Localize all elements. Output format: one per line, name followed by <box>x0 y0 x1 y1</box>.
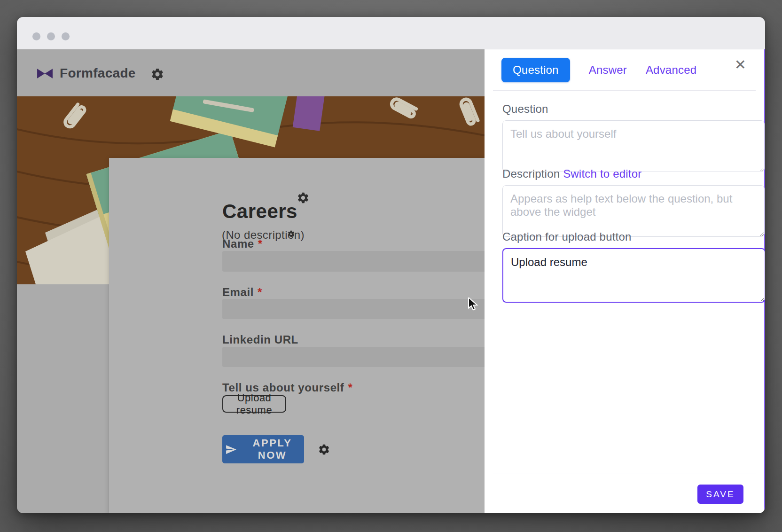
editor-tabs: Question Answer Advanced <box>501 58 696 82</box>
window-control-close-icon[interactable] <box>32 32 40 40</box>
save-button[interactable]: SAVE <box>697 485 743 504</box>
brand: Formfacade <box>36 66 136 81</box>
upload-resume-button[interactable]: Upload resume <box>222 395 286 413</box>
description-label: Description Switch to editor <box>502 167 641 180</box>
formfacade-logo-icon <box>36 68 54 79</box>
send-icon <box>225 444 237 455</box>
description-textarea[interactable] <box>502 185 765 237</box>
form-card: Careers (No description) Name* Email* Li… <box>109 158 499 513</box>
caption-label: Caption for upload button <box>502 230 632 243</box>
linkedin-url-input[interactable] <box>222 347 504 367</box>
name-input[interactable] <box>222 251 504 272</box>
tabs-divider <box>493 90 756 91</box>
tab-question[interactable]: Question <box>501 58 570 82</box>
close-icon[interactable]: ✕ <box>732 57 749 72</box>
submit-settings-gear-icon[interactable] <box>318 443 330 456</box>
required-asterisk: * <box>258 237 263 250</box>
title-settings-gear-icon[interactable] <box>297 191 310 204</box>
email-input[interactable] <box>222 299 504 319</box>
caption-textarea[interactable]: Upload resume <box>502 248 765 303</box>
tab-advanced[interactable]: Advanced <box>646 63 696 77</box>
required-asterisk: * <box>348 381 352 394</box>
description-settings-gear-icon[interactable] <box>287 230 295 238</box>
required-asterisk: * <box>258 286 262 298</box>
field-label-linkedin: Linkedin URL <box>222 333 298 346</box>
tab-answer[interactable]: Answer <box>589 63 627 77</box>
brand-name: Formfacade <box>60 66 136 81</box>
window-control-minimize-icon[interactable] <box>47 32 55 40</box>
form-title: Careers <box>222 200 297 223</box>
apply-now-label: APPLY NOW <box>243 437 301 462</box>
question-textarea[interactable] <box>502 120 765 172</box>
footer-divider <box>493 474 756 474</box>
form-settings-gear-icon[interactable] <box>150 67 164 81</box>
window-control-zoom-icon[interactable] <box>62 32 70 40</box>
window-titlebar <box>17 17 765 49</box>
field-label-name: Name* <box>222 237 263 250</box>
app-window: Formfacade <box>17 17 765 513</box>
apply-now-button[interactable]: APPLY NOW <box>222 435 304 463</box>
question-editor-panel: Question Answer Advanced ✕ Question Desc… <box>485 49 765 513</box>
field-label-email: Email* <box>222 286 262 299</box>
question-label: Question <box>502 102 548 116</box>
switch-to-editor-link[interactable]: Switch to editor <box>563 167 641 180</box>
